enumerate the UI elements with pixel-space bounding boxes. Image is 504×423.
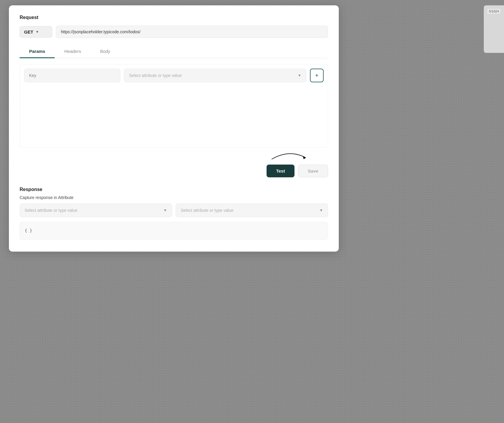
key-input[interactable] [24,69,120,82]
url-row: GET ▼ [20,26,328,38]
capture-select-2-chevron-icon: ▼ [319,208,323,212]
capture-label: Capture response in Attribute [20,195,328,200]
add-param-button[interactable]: + [310,69,324,82]
test-button[interactable]: Test [267,165,294,177]
action-buttons-row: Test Save [20,165,328,177]
params-input-row: Select attribute or type value ▼ + [20,64,328,82]
method-selector[interactable]: GET ▼ [20,26,52,38]
url-input[interactable] [56,26,328,38]
response-section: Response Capture response in Attribute S… [20,187,328,240]
counter-badge: 5/1024 [487,9,500,14]
response-section-title: Response [20,187,328,192]
request-section-title: Request [20,15,328,20]
modal-container: Request GET ▼ Params Headers Body Select… [9,5,339,252]
plus-icon: + [315,72,319,79]
method-label: GET [24,29,33,34]
method-chevron-icon: ▼ [36,30,39,34]
params-content-area: Select attribute or type value ▼ + [20,64,328,147]
tab-params[interactable]: Params [20,45,55,58]
value-select-chevron-icon: ▼ [298,73,301,78]
value-select-placeholder: Select attribute or type value [129,73,182,78]
capture-select-2[interactable]: Select attribute or type value ▼ [176,203,328,217]
arrow-svg [269,147,310,162]
tab-body[interactable]: Body [91,45,120,58]
arrow-annotation [20,147,328,162]
capture-select-1-chevron-icon: ▼ [163,208,167,212]
capture-select-2-placeholder: Select attribute or type value [181,208,233,213]
json-preview: { } [20,222,328,240]
save-button[interactable]: Save [298,165,328,177]
capture-select-1-placeholder: Select attribute or type value [25,208,77,213]
capture-row: Select attribute or type value ▼ Select … [20,203,328,217]
capture-select-1[interactable]: Select attribute or type value ▼ [20,203,172,217]
tabs-row: Params Headers Body [20,45,328,58]
value-select[interactable]: Select attribute or type value ▼ [124,69,306,82]
tab-headers[interactable]: Headers [55,45,91,58]
